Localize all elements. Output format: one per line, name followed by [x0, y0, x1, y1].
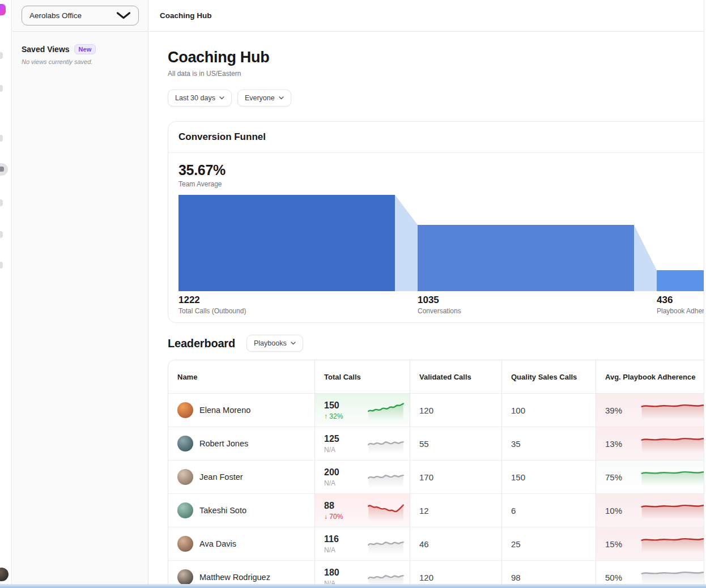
leaderboard-row[interactable]: Robert Jones 125 N/A 55 35 13%: [168, 427, 704, 460]
adherence-value: 50%: [605, 573, 640, 582]
total-calls-cell: 88 ↓ 70%: [315, 494, 410, 527]
window-bottom-edge: [0, 584, 706, 588]
adherence-value: 39%: [605, 406, 640, 415]
funnel-stage-label: 1222 Total Calls (Outbound): [178, 295, 246, 315]
total-calls-delta: N/A: [324, 479, 339, 487]
rep-name-cell: Jean Foster: [168, 461, 315, 493]
rep-name: Takeshi Soto: [199, 506, 246, 515]
total-calls-cell: 125 N/A: [315, 427, 410, 460]
people-filter[interactable]: Everyone: [237, 90, 291, 106]
adherence-value: 15%: [605, 539, 640, 549]
page-title: Coaching Hub: [168, 49, 704, 66]
rail-nav-icon[interactable]: [0, 52, 3, 59]
leaderboard-table: NameTotal CallsValidated CallsQuality Sa…: [168, 360, 704, 588]
topbar: Coaching Hub: [149, 0, 706, 32]
validated-calls-cell: 46: [410, 527, 502, 560]
quality-calls-cell: 6: [502, 494, 596, 527]
funnel-chart: [178, 195, 704, 291]
app-logo-icon[interactable]: [0, 4, 6, 15]
user-avatar[interactable]: [0, 568, 8, 581]
funnel-stage-value: 436: [657, 295, 704, 306]
workspace-selector[interactable]: Aerolabs Office: [22, 6, 139, 25]
quality-calls-cell: 150: [502, 461, 596, 493]
adherence-value: 10%: [605, 506, 640, 515]
workspace-selector-area: Aerolabs Office: [12, 0, 148, 32]
page-subtitle: All data is in US/Eastern: [168, 70, 704, 78]
column-header[interactable]: Avg. Playbook Adherence: [596, 360, 704, 393]
leaderboard-row[interactable]: Jean Foster 200 N/A 170 150 75%: [168, 460, 704, 493]
leaderboard-filter-label: Playbooks: [254, 339, 287, 347]
funnel-stage-name: Total Calls (Outbound): [178, 307, 246, 315]
rep-avatar: [177, 469, 193, 485]
main-area: Coaching Hub Coaching Hub All data is in…: [149, 0, 706, 588]
leaderboard-row[interactable]: Takeshi Soto 88 ↓ 70% 12 6 10%: [168, 493, 704, 527]
funnel-stage-value: 1222: [178, 295, 246, 306]
total-calls-delta: ↓ 70%: [324, 513, 343, 521]
page-content: Coaching Hub All data is in US/Eastern L…: [149, 32, 704, 588]
column-header[interactable]: Validated Calls: [410, 360, 502, 393]
sparkline: [368, 433, 404, 454]
sparkline: [640, 501, 704, 519]
sidebar: Aerolabs Office Saved Views New No views…: [12, 0, 148, 588]
rep-avatar: [177, 536, 193, 552]
saved-views-empty-message: No views currently saved.: [22, 58, 139, 65]
adherence-cell: 10%: [596, 494, 704, 527]
rail-nav-icon[interactable]: [0, 85, 3, 92]
rail-nav-icon[interactable]: [0, 199, 3, 206]
rail-nav-icon[interactable]: [0, 135, 3, 142]
team-average-value: 35.67%: [178, 162, 704, 178]
chevron-down-icon: [291, 342, 296, 345]
total-calls-value: 150: [324, 400, 343, 411]
saved-views-title: Saved Views: [22, 45, 70, 54]
date-range-label: Last 30 days: [175, 94, 215, 102]
rep-avatar: [177, 569, 193, 585]
funnel-stage-name: Playbook Adherence: [657, 307, 704, 315]
people-filter-label: Everyone: [245, 94, 275, 102]
rail-nav-icon-active[interactable]: [0, 163, 8, 176]
rep-name: Ava Davis: [199, 539, 236, 548]
adherence-cell: 39%: [596, 394, 704, 427]
leaderboard-row[interactable]: Ava Davis 116 N/A 46 25 15%: [168, 527, 704, 560]
leaderboard-filter[interactable]: Playbooks: [246, 335, 303, 352]
total-calls-delta: ↑ 32%: [324, 412, 343, 420]
app-rail: [0, 0, 12, 588]
conversion-funnel-card: Conversion Funnel 35.67% Team Average 12…: [168, 121, 704, 323]
validated-calls-cell: 120: [410, 394, 502, 427]
total-calls-value: 88: [324, 500, 343, 511]
sparkline: [368, 500, 404, 521]
column-header[interactable]: Name: [168, 360, 315, 393]
leaderboard-title: Leaderboard: [168, 337, 235, 350]
funnel-stage-label: 436 Playbook Adherence: [657, 295, 704, 315]
table-header-row: NameTotal CallsValidated CallsQuality Sa…: [168, 360, 704, 393]
rail-nav-icon[interactable]: [0, 231, 3, 238]
column-header[interactable]: Quality Sales Calls: [502, 360, 596, 393]
sparkline: [640, 401, 704, 419]
sparkline: [368, 466, 404, 488]
chevron-down-icon: [219, 96, 224, 100]
column-header[interactable]: Total Calls: [315, 360, 410, 393]
rep-name-cell: Takeshi Soto: [168, 494, 315, 527]
rep-name: Robert Jones: [199, 439, 248, 448]
window-edge: [704, 0, 706, 588]
total-calls-delta: N/A: [324, 446, 339, 454]
total-calls-cell: 116 N/A: [315, 527, 410, 560]
adherence-cell: 75%: [596, 461, 704, 493]
leaderboard-row[interactable]: Elena Moreno 150 ↑ 32% 120 100 39%: [168, 393, 704, 427]
adherence-cell: 13%: [596, 427, 704, 460]
rep-name: Matthew Rodriguez: [199, 573, 270, 582]
date-range-filter[interactable]: Last 30 days: [168, 90, 232, 106]
rep-avatar: [177, 502, 193, 518]
funnel-stage-label: 1035 Conversations: [418, 295, 461, 315]
sparkline: [640, 535, 704, 553]
chevron-down-icon: [116, 12, 131, 19]
sparkline: [368, 399, 404, 421]
new-badge: New: [74, 44, 96, 54]
total-calls-value: 180: [324, 567, 339, 578]
sparkline: [640, 468, 704, 486]
workspace-name: Aerolabs Office: [29, 11, 82, 20]
rep-avatar: [177, 436, 193, 451]
rail-nav-icon[interactable]: [0, 262, 3, 269]
total-calls-delta: N/A: [324, 546, 339, 554]
total-calls-value: 200: [324, 467, 339, 478]
quality-calls-cell: 25: [502, 527, 596, 560]
